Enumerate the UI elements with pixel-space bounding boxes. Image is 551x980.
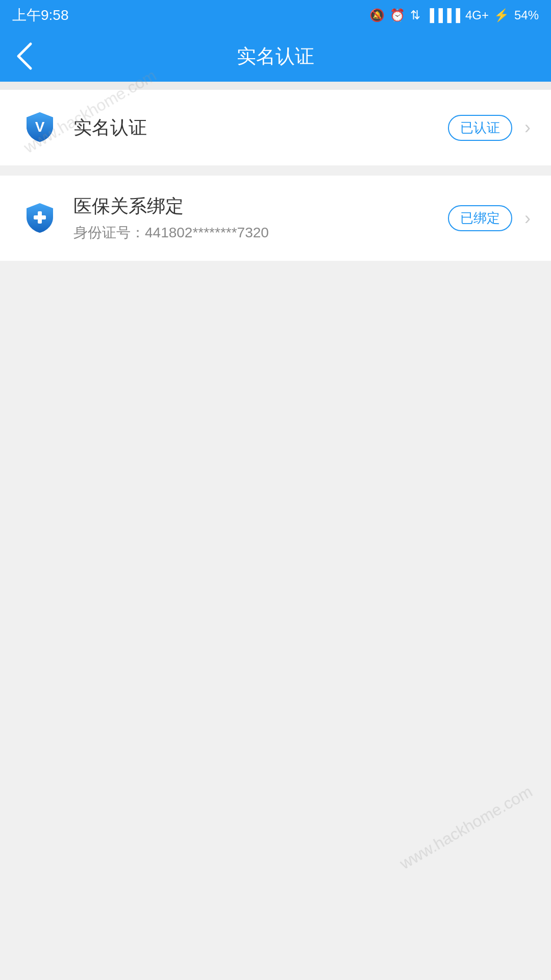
realname-icon-wrap: V xyxy=(20,108,59,147)
back-button[interactable] xyxy=(15,41,34,71)
network-type-label: 4G+ xyxy=(465,8,489,22)
medical-item-inner: 医保关系绑定 身份证号：441802********7320 已绑定 xyxy=(20,194,524,242)
realname-title: 实名认证 xyxy=(73,117,147,138)
shield-v-icon: V xyxy=(22,110,57,145)
nav-bar: 实名认证 xyxy=(0,31,551,82)
medical-icon-wrap xyxy=(20,199,59,238)
realname-item[interactable]: V 实名认证 已认证 › xyxy=(0,90,551,165)
medical-arrow-icon: › xyxy=(524,208,531,229)
medical-item[interactable]: 医保关系绑定 身份证号：441802********7320 已绑定 › xyxy=(0,176,551,261)
svg-rect-2 xyxy=(34,215,46,219)
medical-id-number: 身份证号：441802********7320 xyxy=(73,223,448,242)
section-gap xyxy=(0,165,551,176)
status-icons: 🔕 ⏰ ⇅ ▐▐▐▐ 4G+ ⚡ 54% xyxy=(369,8,539,22)
status-bar: 上午9:58 🔕 ⏰ ⇅ ▐▐▐▐ 4G+ ⚡ 54% xyxy=(0,0,551,31)
medical-section: 医保关系绑定 身份证号：441802********7320 已绑定 › xyxy=(0,176,551,261)
battery-label: 54% xyxy=(514,8,539,22)
realname-badge: 已认证 xyxy=(448,115,512,141)
charging-icon: ⚡ xyxy=(494,8,509,22)
realname-item-inner: V 实名认证 已认证 xyxy=(20,108,524,147)
grey-background xyxy=(0,261,551,980)
shield-plus-icon xyxy=(22,201,57,236)
mute-icon: 🔕 xyxy=(369,8,385,22)
realname-content: 实名认证 xyxy=(73,115,448,140)
status-time: 上午9:58 xyxy=(12,6,69,25)
signal-swap-icon: ⇅ xyxy=(410,8,420,22)
medical-title: 医保关系绑定 xyxy=(73,194,448,219)
alarm-icon: ⏰ xyxy=(390,8,405,22)
realname-section: V 实名认证 已认证 › xyxy=(0,90,551,165)
top-divider xyxy=(0,82,551,90)
svg-text:V: V xyxy=(35,119,45,135)
signal-bars-icon: ▐▐▐▐ xyxy=(425,8,460,22)
medical-badge: 已绑定 xyxy=(448,205,512,231)
medical-content: 医保关系绑定 身份证号：441802********7320 xyxy=(73,194,448,242)
page-title: 实名认证 xyxy=(237,43,314,69)
realname-arrow-icon: › xyxy=(524,117,531,138)
